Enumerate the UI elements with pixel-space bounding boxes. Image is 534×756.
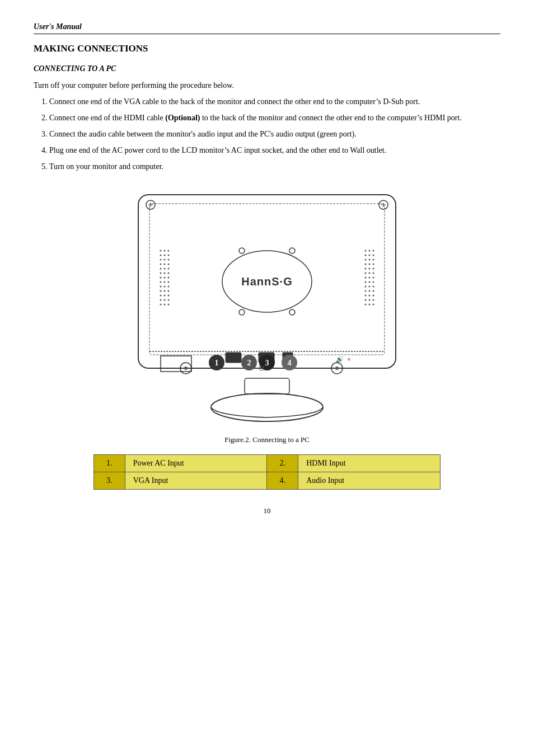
svg-point-10 [168, 250, 170, 252]
svg-point-69 [369, 281, 371, 283]
svg-point-63 [369, 273, 371, 274]
svg-point-26 [160, 277, 162, 279]
svg-point-27 [164, 277, 166, 279]
legend-table: 1. Power AC Input 2. HDMI Input 3. VGA I… [93, 454, 441, 490]
svg-point-51 [369, 255, 371, 256]
svg-point-19 [168, 264, 170, 265]
svg-point-35 [160, 290, 162, 292]
svg-point-31 [168, 281, 170, 283]
svg-point-38 [160, 295, 162, 297]
legend-label-1: Power AC Input [125, 455, 267, 472]
subsection-title: CONNECTING TO A PC [34, 64, 500, 73]
legend-label-3: VGA Input [125, 472, 267, 490]
intro-text: Turn off your computer before performing… [34, 81, 500, 90]
svg-text:3: 3 [265, 359, 269, 367]
legend-label-4: Audio Input [298, 472, 441, 490]
svg-point-47 [365, 250, 367, 252]
svg-point-110 [335, 367, 339, 370]
svg-point-14 [160, 259, 162, 261]
svg-point-80 [365, 299, 367, 301]
svg-point-9 [164, 250, 166, 252]
svg-point-89 [289, 248, 295, 253]
svg-point-50 [365, 255, 367, 256]
svg-point-28 [168, 277, 170, 279]
legend-label-2: HDMI Input [298, 455, 441, 472]
svg-text:1: 1 [215, 359, 219, 367]
svg-point-18 [164, 264, 166, 265]
svg-point-24 [164, 273, 166, 274]
svg-point-36 [164, 290, 166, 292]
svg-point-29 [160, 281, 162, 283]
svg-point-48 [369, 250, 371, 252]
svg-point-61 [373, 268, 374, 270]
svg-point-84 [369, 304, 371, 306]
svg-point-75 [369, 290, 371, 292]
page-number: 10 [34, 506, 500, 515]
svg-point-20 [160, 268, 162, 270]
svg-point-21 [164, 268, 166, 270]
svg-point-17 [160, 264, 162, 265]
svg-text:HannS·G: HannS·G [241, 275, 292, 288]
svg-point-53 [365, 259, 367, 261]
svg-point-83 [365, 304, 367, 306]
steps-list: Connect one end of the VGA cable to the … [49, 96, 500, 172]
svg-point-43 [168, 299, 170, 301]
legend-num-4: 4. [267, 472, 298, 490]
svg-point-54 [369, 259, 371, 261]
monitor-diagram: HannS·G 1 2 3 4 🔊 ≡ [105, 184, 429, 430]
svg-point-39 [164, 295, 166, 297]
svg-text:🔊: 🔊 [336, 355, 344, 363]
svg-point-64 [373, 273, 374, 274]
section-title: MAKING CONNECTIONS [34, 43, 500, 54]
svg-rect-112 [245, 378, 289, 394]
legend-num-1: 1. [94, 455, 125, 472]
svg-text:≡: ≡ [347, 356, 350, 363]
svg-point-37 [168, 290, 170, 292]
svg-point-15 [164, 259, 166, 261]
legend-row-2: 3. VGA Input 4. Audio Input [94, 472, 441, 490]
svg-point-85 [373, 304, 374, 306]
svg-point-11 [160, 255, 162, 256]
svg-point-23 [160, 273, 162, 274]
svg-point-42 [164, 299, 166, 301]
svg-point-8 [160, 250, 162, 252]
svg-point-56 [365, 264, 367, 265]
header-italic: User's Manual [34, 22, 500, 31]
svg-point-108 [184, 367, 188, 370]
svg-point-33 [164, 286, 166, 288]
svg-point-13 [168, 255, 170, 256]
svg-point-40 [168, 295, 170, 297]
legend-num-2: 2. [267, 455, 298, 472]
svg-point-60 [369, 268, 371, 270]
svg-point-68 [365, 281, 367, 283]
svg-point-74 [365, 290, 367, 292]
svg-point-57 [369, 264, 371, 265]
svg-point-70 [373, 281, 374, 283]
step-2: Connect one end of the HDMI cable (Optio… [49, 112, 500, 124]
svg-point-88 [239, 248, 245, 253]
svg-point-12 [164, 255, 166, 256]
step-3: Connect the audio cable between the moni… [49, 128, 500, 140]
step-1: Connect one end of the VGA cable to the … [49, 96, 500, 107]
svg-point-41 [160, 299, 162, 301]
svg-point-22 [168, 268, 170, 270]
svg-point-45 [164, 304, 166, 306]
svg-point-77 [365, 295, 367, 297]
svg-point-79 [373, 295, 374, 297]
svg-point-44 [160, 304, 162, 306]
svg-point-16 [168, 259, 170, 261]
svg-point-76 [373, 290, 374, 292]
svg-point-73 [373, 286, 374, 288]
svg-point-58 [373, 264, 374, 265]
svg-point-66 [369, 277, 371, 279]
svg-text:2: 2 [247, 359, 251, 367]
figure-container: HannS·G 1 2 3 4 🔊 ≡ [34, 184, 500, 444]
svg-point-30 [164, 281, 166, 283]
svg-point-34 [168, 286, 170, 288]
step-4: Plug one end of the AC power cord to the… [49, 144, 500, 156]
svg-point-32 [160, 286, 162, 288]
legend-num-3: 3. [94, 472, 125, 490]
svg-point-55 [373, 259, 374, 261]
legend-row-1: 1. Power AC Input 2. HDMI Input [94, 455, 441, 472]
svg-point-72 [369, 286, 371, 288]
